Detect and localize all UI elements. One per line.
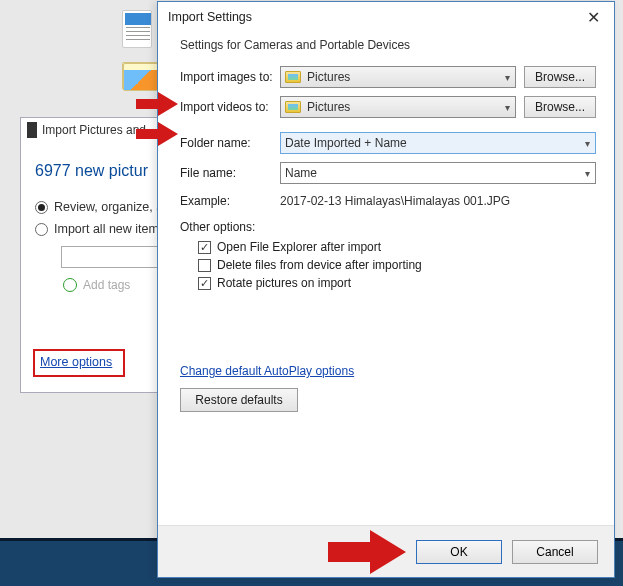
row-example: Example: 2017-02-13 Himalayas\Himalayas … <box>180 194 596 208</box>
import-settings-dialog: Import Settings ✕ Settings for Cameras a… <box>157 1 615 578</box>
annotation-box-more-options <box>33 349 125 377</box>
svg-marker-2 <box>328 530 406 574</box>
section-heading: Settings for Cameras and Portable Device… <box>180 38 596 52</box>
other-options-heading: Other options: <box>180 220 596 234</box>
cancel-label: Cancel <box>536 545 573 559</box>
titlebar: Import Settings ✕ <box>158 2 614 32</box>
dropdown-value: Name <box>285 166 317 180</box>
add-tags-label: Add tags <box>83 278 130 292</box>
pictures-folder-icon <box>285 71 301 83</box>
file-name-dropdown[interactable]: Name ▾ <box>280 162 596 184</box>
radio-label: Review, organize, an <box>54 200 170 214</box>
row-import-videos: Import videos to: Pictures ▾ Browse... <box>180 96 596 118</box>
desktop-doc-icon <box>122 10 152 48</box>
checkbox-delete-files[interactable]: Delete files from device after importing <box>180 256 596 274</box>
radio-icon <box>35 223 48 236</box>
checkbox-icon <box>198 241 211 254</box>
import-images-label: Import images to: <box>180 70 280 84</box>
folder-name-dropdown[interactable]: Date Imported + Name ▾ <box>280 132 596 154</box>
cancel-button[interactable]: Cancel <box>512 540 598 564</box>
browse-label: Browse... <box>535 100 585 114</box>
svg-marker-0 <box>136 92 178 116</box>
desktop-folder-icon <box>122 62 158 90</box>
import-videos-dropdown[interactable]: Pictures ▾ <box>280 96 516 118</box>
close-icon[interactable]: ✕ <box>581 6 606 29</box>
browse-images-button[interactable]: Browse... <box>524 66 596 88</box>
restore-label: Restore defaults <box>195 393 282 407</box>
annotation-arrow-videos <box>136 122 178 146</box>
checkbox-rotate-pictures[interactable]: Rotate pictures on import <box>180 274 596 292</box>
back-dialog-title: Import Pictures and <box>42 123 146 137</box>
dialog-title: Import Settings <box>168 10 252 24</box>
checkbox-label: Rotate pictures on import <box>217 276 351 290</box>
checkbox-open-explorer[interactable]: Open File Explorer after import <box>180 238 596 256</box>
example-label: Example: <box>180 194 280 208</box>
radio-label: Import all new items <box>54 222 165 236</box>
import-images-dropdown[interactable]: Pictures ▾ <box>280 66 516 88</box>
annotation-arrow-images <box>136 92 178 116</box>
svg-marker-1 <box>136 122 178 146</box>
row-file-name: File name: Name ▾ <box>180 162 596 184</box>
checkbox-icon <box>198 277 211 290</box>
chevron-down-icon: ▾ <box>585 138 590 149</box>
plus-tag-icon <box>63 278 77 292</box>
row-folder-name: Folder name: Date Imported + Name ▾ <box>180 132 596 154</box>
file-name-label: File name: <box>180 166 280 180</box>
checkbox-icon <box>198 259 211 272</box>
autoplay-options-link[interactable]: Change default AutoPlay options <box>180 364 354 378</box>
checkbox-label: Delete files from device after importing <box>217 258 422 272</box>
annotation-arrow-ok <box>328 530 406 574</box>
device-icon <box>27 122 37 138</box>
chevron-down-icon: ▾ <box>505 72 510 83</box>
radio-icon <box>35 201 48 214</box>
pictures-folder-icon <box>285 101 301 113</box>
browse-label: Browse... <box>535 70 585 84</box>
row-import-images: Import images to: Pictures ▾ Browse... <box>180 66 596 88</box>
dropdown-value: Pictures <box>307 70 350 84</box>
checkbox-label: Open File Explorer after import <box>217 240 381 254</box>
example-value: 2017-02-13 Himalayas\Himalayas 001.JPG <box>280 194 510 208</box>
folder-name-label: Folder name: <box>180 136 280 150</box>
ok-button[interactable]: OK <box>416 540 502 564</box>
chevron-down-icon: ▾ <box>585 168 590 179</box>
ok-label: OK <box>450 545 467 559</box>
dropdown-value: Pictures <box>307 100 350 114</box>
import-videos-label: Import videos to: <box>180 100 280 114</box>
browse-videos-button[interactable]: Browse... <box>524 96 596 118</box>
dropdown-value: Date Imported + Name <box>285 136 407 150</box>
chevron-down-icon: ▾ <box>505 102 510 113</box>
restore-defaults-button[interactable]: Restore defaults <box>180 388 298 412</box>
